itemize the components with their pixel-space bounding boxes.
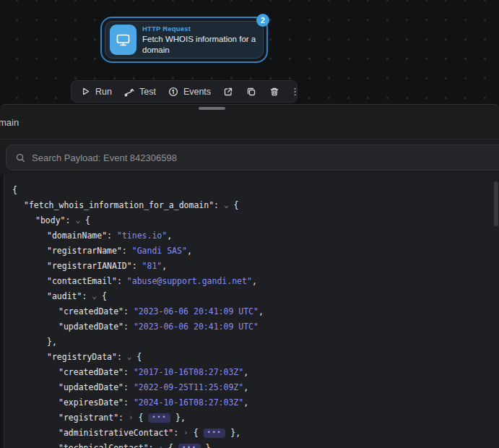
open-in-new-button[interactable] bbox=[222, 86, 233, 97]
json-line: "updatedDate": "2022-09-25T11:25:09Z", bbox=[0, 380, 499, 395]
run-button[interactable]: Run bbox=[80, 86, 112, 97]
collapse-toggle-icon[interactable]: ⌄ bbox=[127, 349, 132, 364]
json-line: "expiresDate": "2024-10-16T08:27:03Z", bbox=[0, 395, 499, 410]
scrollbar-thumb[interactable] bbox=[494, 181, 498, 226]
json-line: }, bbox=[0, 335, 499, 350]
collapsed-object-badge[interactable]: ••• bbox=[148, 413, 170, 423]
node-toolbar: Run Test Ev bbox=[71, 80, 298, 103]
json-line: "body": ⌄ { bbox=[0, 213, 499, 228]
json-line: "contactEmail": "abuse@support.gandi.net… bbox=[0, 274, 499, 289]
json-line: "updatedDate": "2023-06-06 20:41:09 UTC" bbox=[0, 319, 499, 335]
json-payload-viewer[interactable]: {"fetch_whois_information_for_a_domain":… bbox=[0, 174, 499, 448]
events-icon bbox=[168, 86, 179, 97]
http-request-icon bbox=[110, 25, 136, 55]
play-icon bbox=[80, 86, 91, 97]
run-button-label: Run bbox=[95, 87, 112, 97]
copy-icon bbox=[246, 86, 256, 97]
json-line: "fetch_whois_information_for_a_domain": … bbox=[0, 198, 499, 213]
collapsed-object-badge[interactable]: ••• bbox=[204, 428, 226, 438]
duplicate-button[interactable] bbox=[246, 86, 256, 97]
events-panel: main {"fetch_whois_information_for_a_dom… bbox=[0, 104, 499, 448]
node-title: Fetch WHOIS information for a domain bbox=[142, 34, 264, 55]
test-button-label: Test bbox=[139, 87, 156, 97]
node-text: HTTP Request Fetch WHOIS information for… bbox=[142, 25, 257, 55]
collapsed-object-badge[interactable]: ••• bbox=[178, 444, 201, 448]
collapse-toggle-icon[interactable]: ⌄ bbox=[92, 288, 97, 303]
test-button[interactable]: Test bbox=[124, 86, 156, 97]
test-path-icon bbox=[124, 86, 135, 97]
payload-search-bar[interactable] bbox=[6, 145, 499, 171]
panel-header: main bbox=[0, 105, 499, 139]
collapse-toggle-icon[interactable]: ⌄ bbox=[224, 197, 229, 212]
json-line: "registryData": ⌄ { bbox=[0, 350, 499, 365]
search-input[interactable] bbox=[32, 152, 499, 163]
workflow-canvas[interactable]: HTTP Request Fetch WHOIS information for… bbox=[0, 0, 499, 105]
event-count-badge[interactable]: 2 bbox=[256, 14, 269, 27]
open-in-new-icon bbox=[222, 86, 233, 97]
node-type-label: HTTP Request bbox=[142, 25, 257, 33]
node-selection-ring: HTTP Request Fetch WHOIS information for… bbox=[100, 17, 268, 63]
json-line: "domainName": "tines.io", bbox=[0, 228, 499, 244]
expand-toggle-icon[interactable]: › bbox=[129, 410, 134, 425]
http-request-node[interactable]: HTTP Request Fetch WHOIS information for… bbox=[105, 21, 264, 59]
json-line: "administrativeContact": › { ••• }, bbox=[0, 426, 499, 441]
events-button-label: Events bbox=[183, 87, 211, 97]
json-line: "registrant": › { ••• }, bbox=[0, 410, 499, 426]
expand-toggle-icon[interactable]: › bbox=[183, 425, 188, 440]
json-line: "registrarIANAID": "81", bbox=[0, 259, 499, 274]
app-window: HTTP Request Fetch WHOIS information for… bbox=[0, 0, 499, 448]
more-options-button[interactable]: ⋮ bbox=[290, 87, 300, 96]
json-lines: {"fetch_whois_information_for_a_domain":… bbox=[0, 183, 499, 448]
json-line: "audit": ⌄ { bbox=[0, 289, 499, 304]
json-line: "technicalContact": › { ••• } bbox=[0, 441, 499, 448]
kebab-menu-icon: ⋮ bbox=[290, 87, 300, 96]
json-line: "registrarName": "Gandi SAS", bbox=[0, 244, 499, 259]
delete-button[interactable] bbox=[269, 86, 279, 97]
collapse-toggle-icon[interactable]: ⌄ bbox=[75, 212, 80, 228]
events-button[interactable]: Events bbox=[168, 86, 211, 97]
panel-title-truncated: main bbox=[0, 117, 19, 128]
expand-toggle-icon[interactable]: › bbox=[159, 440, 164, 448]
json-line: "createdDate": "2023-06-06 20:41:09 UTC"… bbox=[0, 304, 499, 319]
json-line: "createdDate": "2017-10-16T08:27:03Z", bbox=[0, 365, 499, 380]
json-line: { bbox=[0, 183, 499, 198]
trash-icon bbox=[269, 86, 279, 97]
search-icon bbox=[16, 153, 25, 163]
